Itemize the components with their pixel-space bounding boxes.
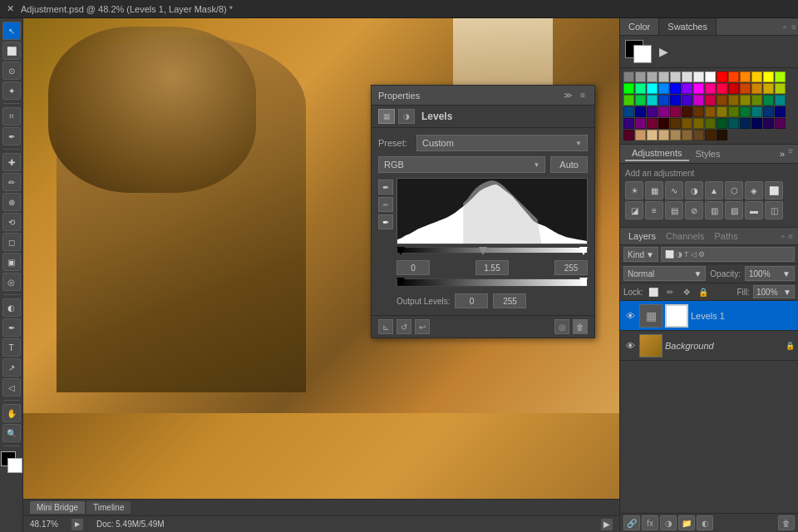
kind-pixel-icon[interactable]: ⬜ [665,250,674,259]
tool-zoom[interactable]: 🔍 [2,424,21,442]
white-input-handle[interactable] [579,247,588,255]
swatch-item[interactable] [647,95,658,106]
swatch-item[interactable] [658,95,669,106]
kind-label[interactable]: Kind▼ [623,247,658,262]
black-input-value[interactable]: 0 [397,260,430,275]
swatch-item[interactable] [670,71,681,82]
swatch-item[interactable] [682,106,692,117]
gamma-input-handle[interactable] [479,247,487,255]
swatch-item[interactable] [728,71,739,82]
adj-icon-gradient-map[interactable]: ▬ [745,201,763,219]
swatches-menu-icon[interactable]: ≡ [790,22,798,32]
adj-icon-brightness[interactable]: ☀ [625,181,643,200]
swatch-item[interactable] [647,71,658,82]
auto-button[interactable]: Auto [550,156,588,173]
layers-collapse-icon[interactable]: » [780,233,786,240]
swatch-item[interactable] [705,106,716,117]
lock-transparent-button[interactable]: ⬜ [647,285,660,298]
swatch-item[interactable] [682,71,692,82]
swatch-item[interactable] [740,71,751,82]
swatch-item[interactable] [693,106,704,117]
adj-icon-selective-color[interactable]: ◫ [765,201,783,219]
tab-histogram-icon[interactable]: ▦ [378,109,395,124]
swatch-item[interactable] [635,118,646,129]
play-triangle-button[interactable]: ▶ [655,39,672,64]
lock-image-button[interactable]: ✏ [663,285,677,298]
swatch-item[interactable] [623,83,634,94]
white-point-eyedropper[interactable]: ✒ [378,214,393,229]
swatch-item[interactable] [635,83,646,94]
swatch-item[interactable] [623,95,634,106]
swatch-item[interactable] [658,106,669,117]
swatch-item[interactable] [775,95,786,106]
adjustments-collapse-icon[interactable]: » [776,146,788,161]
swatch-item[interactable] [763,118,774,129]
swatch-item[interactable] [635,106,646,117]
swatch-item[interactable] [647,130,658,140]
swatch-item[interactable] [658,83,669,94]
swatch-item[interactable] [763,106,774,117]
adj-icon-vibrance[interactable]: ▲ [705,181,723,200]
tool-blur[interactable]: ◎ [2,273,21,291]
swatch-item[interactable] [717,106,727,117]
tool-lasso[interactable]: ⊙ [2,62,21,80]
swatch-item[interactable] [751,95,762,106]
swatch-item[interactable] [717,130,727,140]
kind-smart-icon[interactable]: ⚙ [698,250,705,259]
background-swatch[interactable] [633,45,652,63]
adj-icon-bw[interactable]: ⬜ [765,181,783,200]
swatch-item[interactable] [728,83,739,94]
create-adjustment-button[interactable]: ◐ [697,515,713,530]
swatch-item[interactable] [751,71,762,82]
swatches-collapse-icon[interactable]: » [780,23,790,31]
delete-layer-button[interactable]: 🗑 [778,515,795,530]
clip-to-layer-button[interactable]: ⊾ [378,319,393,334]
swatch-item[interactable] [740,83,751,94]
swatch-item[interactable] [693,71,704,82]
channels-tab[interactable]: Channels [661,229,709,243]
swatch-item[interactable] [717,118,727,129]
black-point-eyedropper[interactable]: ✒ [378,180,393,195]
tool-brush[interactable]: ✏ [2,173,21,191]
swatch-item[interactable] [623,106,634,117]
visibility-button[interactable]: ◎ [554,319,569,334]
adj-icon-color-balance[interactable]: ◈ [745,181,763,200]
swatch-item[interactable] [751,83,762,94]
swatch-item[interactable] [682,95,692,106]
add-style-button[interactable]: fx [642,515,658,530]
adj-icon-curves[interactable]: ∿ [665,181,683,200]
swatch-item[interactable] [647,83,658,94]
mini-bridge-tab[interactable]: Mini Bridge [30,501,85,514]
paths-tab[interactable]: Paths [710,229,743,243]
prop-expand-icon[interactable]: ≫ [561,91,574,100]
output-black-value[interactable]: 0 [455,293,488,308]
add-mask-button[interactable]: ◑ [660,515,677,530]
tool-dodge[interactable]: ◐ [2,298,21,317]
swatch-item[interactable] [751,106,762,117]
lock-position-button[interactable]: ✥ [680,285,693,298]
gray-point-eyedropper[interactable]: ✒ [378,197,393,212]
color-tab[interactable]: Color [620,18,659,35]
swatch-item[interactable] [658,130,669,140]
swatch-item[interactable] [728,106,739,117]
adj-icon-channel-mixer[interactable]: ≡ [645,201,663,219]
kind-shape-icon[interactable]: ◁ [691,250,697,259]
swatch-item[interactable] [763,95,774,106]
create-group-button[interactable]: 📁 [678,515,695,530]
swatch-item[interactable] [775,118,786,129]
swatch-item[interactable] [728,95,739,106]
swatch-item[interactable] [763,83,774,94]
swatch-item[interactable] [647,118,658,129]
swatches-tab[interactable]: Swatches [659,18,717,35]
white-output-handle[interactable] [579,278,588,286]
lock-all-button[interactable]: 🔒 [697,285,710,298]
tool-type[interactable]: T [2,338,21,357]
tool-crop[interactable]: ⌗ [2,107,21,126]
tool-eraser[interactable]: ◻ [2,233,21,251]
swatch-item[interactable] [670,130,681,140]
adj-icon-posterize[interactable]: ▥ [705,201,723,219]
prop-menu-icon[interactable]: ≡ [578,91,588,100]
black-input-handle[interactable] [397,247,405,255]
adj-icon-threshold[interactable]: ▧ [725,201,743,219]
swatch-item[interactable] [635,95,646,106]
